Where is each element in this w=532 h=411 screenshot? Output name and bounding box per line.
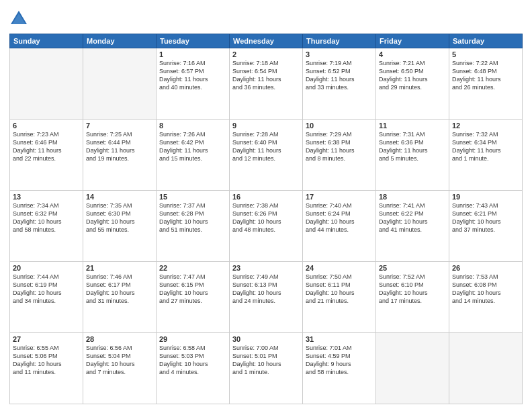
day-info: Sunrise: 7:44 AM Sunset: 6:19 PM Dayligh… <box>13 273 80 306</box>
week-row: 13Sunrise: 7:34 AM Sunset: 6:32 PM Dayli… <box>10 191 523 262</box>
day-header: Sunday <box>10 34 83 48</box>
day-info: Sunrise: 7:16 AM Sunset: 6:57 PM Dayligh… <box>159 59 226 92</box>
day-number: 20 <box>13 264 80 272</box>
calendar-cell: 5Sunrise: 7:22 AM Sunset: 6:48 PM Daylig… <box>449 48 523 120</box>
day-number: 23 <box>232 264 300 272</box>
calendar-cell: 11Sunrise: 7:31 AM Sunset: 6:36 PM Dayli… <box>376 120 449 191</box>
week-row: 1Sunrise: 7:16 AM Sunset: 6:57 PM Daylig… <box>10 48 523 120</box>
calendar-cell: 26Sunrise: 7:53 AM Sunset: 6:08 PM Dayli… <box>449 262 523 333</box>
calendar-cell: 3Sunrise: 7:19 AM Sunset: 6:52 PM Daylig… <box>303 48 376 120</box>
day-number: 19 <box>452 193 519 201</box>
day-info: Sunrise: 7:21 AM Sunset: 6:50 PM Dayligh… <box>379 59 446 92</box>
calendar-cell <box>10 48 83 120</box>
calendar-cell: 16Sunrise: 7:38 AM Sunset: 6:26 PM Dayli… <box>230 191 303 262</box>
day-number: 4 <box>379 50 446 58</box>
day-header: Friday <box>376 34 449 48</box>
day-number: 25 <box>379 264 446 272</box>
day-number: 21 <box>86 264 153 272</box>
week-row: 6Sunrise: 7:23 AM Sunset: 6:46 PM Daylig… <box>10 120 523 191</box>
day-number: 9 <box>232 122 300 130</box>
day-number: 26 <box>452 264 519 272</box>
day-number: 6 <box>13 122 80 130</box>
calendar-cell: 7Sunrise: 7:25 AM Sunset: 6:44 PM Daylig… <box>83 120 157 191</box>
calendar-cell: 31Sunrise: 7:01 AM Sunset: 4:59 PM Dayli… <box>303 333 376 404</box>
day-info: Sunrise: 7:26 AM Sunset: 6:42 PM Dayligh… <box>159 130 226 163</box>
day-info: Sunrise: 7:49 AM Sunset: 6:13 PM Dayligh… <box>232 273 300 306</box>
day-info: Sunrise: 7:43 AM Sunset: 6:21 PM Dayligh… <box>452 201 519 234</box>
day-info: Sunrise: 7:19 AM Sunset: 6:52 PM Dayligh… <box>306 59 373 92</box>
day-header: Wednesday <box>230 34 303 48</box>
day-number: 22 <box>159 264 226 272</box>
day-number: 1 <box>159 50 226 58</box>
calendar-cell: 20Sunrise: 7:44 AM Sunset: 6:19 PM Dayli… <box>10 262 83 333</box>
logo-icon <box>9 9 28 28</box>
header-row: SundayMondayTuesdayWednesdayThursdayFrid… <box>10 34 523 48</box>
day-number: 16 <box>232 193 300 201</box>
day-info: Sunrise: 7:25 AM Sunset: 6:44 PM Dayligh… <box>86 130 153 163</box>
calendar-cell: 22Sunrise: 7:47 AM Sunset: 6:15 PM Dayli… <box>157 262 230 333</box>
day-info: Sunrise: 7:28 AM Sunset: 6:40 PM Dayligh… <box>232 130 300 163</box>
calendar-cell: 1Sunrise: 7:16 AM Sunset: 6:57 PM Daylig… <box>157 48 230 120</box>
day-number: 10 <box>306 122 373 130</box>
day-info: Sunrise: 7:31 AM Sunset: 6:36 PM Dayligh… <box>379 130 446 163</box>
day-info: Sunrise: 7:52 AM Sunset: 6:10 PM Dayligh… <box>379 273 446 306</box>
day-info: Sunrise: 7:34 AM Sunset: 6:32 PM Dayligh… <box>13 201 80 234</box>
day-header: Saturday <box>449 34 523 48</box>
calendar-cell: 24Sunrise: 7:50 AM Sunset: 6:11 PM Dayli… <box>303 262 376 333</box>
header <box>9 7 523 28</box>
calendar-cell <box>449 333 523 404</box>
day-header: Monday <box>83 34 157 48</box>
calendar-cell: 15Sunrise: 7:37 AM Sunset: 6:28 PM Dayli… <box>157 191 230 262</box>
week-row: 20Sunrise: 7:44 AM Sunset: 6:19 PM Dayli… <box>10 262 523 333</box>
day-number: 2 <box>232 50 300 58</box>
calendar-cell: 30Sunrise: 7:00 AM Sunset: 5:01 PM Dayli… <box>230 333 303 404</box>
day-info: Sunrise: 7:32 AM Sunset: 6:34 PM Dayligh… <box>452 130 519 163</box>
calendar-cell: 9Sunrise: 7:28 AM Sunset: 6:40 PM Daylig… <box>230 120 303 191</box>
calendar-cell <box>83 48 157 120</box>
calendar-cell: 8Sunrise: 7:26 AM Sunset: 6:42 PM Daylig… <box>157 120 230 191</box>
day-info: Sunrise: 7:40 AM Sunset: 6:24 PM Dayligh… <box>306 201 373 234</box>
calendar-cell: 17Sunrise: 7:40 AM Sunset: 6:24 PM Dayli… <box>303 191 376 262</box>
calendar-cell: 2Sunrise: 7:18 AM Sunset: 6:54 PM Daylig… <box>230 48 303 120</box>
day-info: Sunrise: 7:50 AM Sunset: 6:11 PM Dayligh… <box>306 273 373 306</box>
day-info: Sunrise: 7:38 AM Sunset: 6:26 PM Dayligh… <box>232 201 300 234</box>
day-info: Sunrise: 7:47 AM Sunset: 6:15 PM Dayligh… <box>159 273 226 306</box>
day-number: 3 <box>306 50 373 58</box>
calendar-cell: 27Sunrise: 6:55 AM Sunset: 5:06 PM Dayli… <box>10 333 83 404</box>
calendar-cell: 25Sunrise: 7:52 AM Sunset: 6:10 PM Dayli… <box>376 262 449 333</box>
calendar-cell: 23Sunrise: 7:49 AM Sunset: 6:13 PM Dayli… <box>230 262 303 333</box>
calendar-cell: 21Sunrise: 7:46 AM Sunset: 6:17 PM Dayli… <box>83 262 157 333</box>
day-number: 18 <box>379 193 446 201</box>
calendar-cell: 28Sunrise: 6:56 AM Sunset: 5:04 PM Dayli… <box>83 333 157 404</box>
day-number: 11 <box>379 122 446 130</box>
day-number: 27 <box>13 335 80 343</box>
day-number: 13 <box>13 193 80 201</box>
page: SundayMondayTuesdayWednesdayThursdayFrid… <box>0 0 532 411</box>
day-number: 17 <box>306 193 373 201</box>
day-number: 24 <box>306 264 373 272</box>
day-info: Sunrise: 7:01 AM Sunset: 4:59 PM Dayligh… <box>306 344 373 377</box>
day-info: Sunrise: 7:46 AM Sunset: 6:17 PM Dayligh… <box>86 273 153 306</box>
day-header: Tuesday <box>157 34 230 48</box>
day-number: 29 <box>159 335 226 343</box>
day-info: Sunrise: 7:37 AM Sunset: 6:28 PM Dayligh… <box>159 201 226 234</box>
day-number: 28 <box>86 335 153 343</box>
day-info: Sunrise: 7:41 AM Sunset: 6:22 PM Dayligh… <box>379 201 446 234</box>
calendar-cell <box>376 333 449 404</box>
day-number: 5 <box>452 50 519 58</box>
day-info: Sunrise: 7:18 AM Sunset: 6:54 PM Dayligh… <box>232 59 300 92</box>
day-number: 15 <box>159 193 226 201</box>
calendar-cell: 29Sunrise: 6:58 AM Sunset: 5:03 PM Dayli… <box>157 333 230 404</box>
day-info: Sunrise: 7:35 AM Sunset: 6:30 PM Dayligh… <box>86 201 153 234</box>
calendar: SundayMondayTuesdayWednesdayThursdayFrid… <box>9 34 523 404</box>
calendar-cell: 4Sunrise: 7:21 AM Sunset: 6:50 PM Daylig… <box>376 48 449 120</box>
day-number: 8 <box>159 122 226 130</box>
day-info: Sunrise: 7:29 AM Sunset: 6:38 PM Dayligh… <box>306 130 373 163</box>
day-number: 31 <box>306 335 373 343</box>
day-number: 7 <box>86 122 153 130</box>
calendar-cell: 18Sunrise: 7:41 AM Sunset: 6:22 PM Dayli… <box>376 191 449 262</box>
day-number: 14 <box>86 193 153 201</box>
calendar-cell: 6Sunrise: 7:23 AM Sunset: 6:46 PM Daylig… <box>10 120 83 191</box>
day-header: Thursday <box>303 34 376 48</box>
day-info: Sunrise: 7:53 AM Sunset: 6:08 PM Dayligh… <box>452 273 519 306</box>
